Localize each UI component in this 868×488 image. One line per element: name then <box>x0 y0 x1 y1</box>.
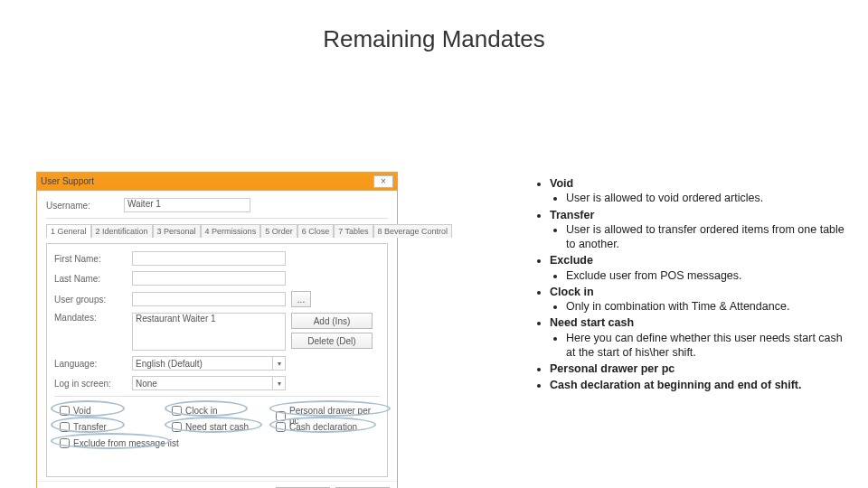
tab-close[interactable]: 6 Close <box>297 224 335 238</box>
dialog-footer: Ok Cancel <box>37 481 397 488</box>
add-button[interactable]: Add (Ins) <box>291 313 373 329</box>
transfer-checkbox[interactable]: Transfer <box>60 422 107 432</box>
loginscreen-select[interactable]: None ▾ <box>132 376 286 390</box>
tab-general[interactable]: 1 General <box>46 224 91 238</box>
bullet-label: Clock in <box>550 286 594 298</box>
bullet-label: Transfer <box>550 209 594 221</box>
tab-identification[interactable]: 2 Identification <box>91 224 153 238</box>
bullet-sub: User is allowed to transfer ordered item… <box>566 222 850 252</box>
mandates-label: Mandates: <box>54 313 127 323</box>
language-select[interactable]: English (Default) ▾ <box>132 356 286 371</box>
bullet-sub: Here you can define whether this user ne… <box>566 331 850 361</box>
bullet-label: Need start cash <box>550 316 634 329</box>
delete-button[interactable]: Delete (Del) <box>291 333 373 349</box>
needstartcash-checkbox[interactable]: Need start cash <box>172 422 249 432</box>
cashdeclaration-checkbox[interactable]: Cash declaration <box>276 422 357 432</box>
tab-beverage[interactable]: 8 Beverage Control <box>373 224 453 238</box>
void-checkbox[interactable]: Void <box>60 406 90 416</box>
chevron-down-icon: ▾ <box>272 357 285 370</box>
dialog: User Support × Username: Waiter 1 1 Gene… <box>36 172 398 488</box>
username-label: Username: <box>46 201 118 211</box>
tab-panel-general: First Name: Last Name: User groups: ... … <box>46 243 388 477</box>
tab-tables[interactable]: 7 Tables <box>334 224 373 238</box>
bullet-label: Personal drawer per pc <box>550 362 675 375</box>
lastname-input[interactable] <box>132 271 286 286</box>
bullet-label: Exclude <box>550 254 593 267</box>
firstname-input[interactable] <box>132 251 286 266</box>
checkbox-area: Void Transfer Exclude from message list … <box>54 402 380 469</box>
bullet-sub: Exclude user from POS messages. <box>566 268 850 283</box>
bullet-list: Void User is allowed to void ordered art… <box>533 176 850 395</box>
firstname-label: First Name: <box>54 254 127 264</box>
tab-permissions[interactable]: 4 Permissions <box>201 224 261 238</box>
tab-order[interactable]: 5 Order <box>260 224 297 238</box>
dialog-title: User Support <box>41 176 94 186</box>
bullet-label: Cash declaration at beginning and end of… <box>550 379 802 391</box>
bullet-sub: User is allowed to void ordered articles… <box>566 191 850 205</box>
screenshot-wrapper: User Support × Username: Waiter 1 1 Gene… <box>36 172 434 488</box>
username-input[interactable]: Waiter 1 <box>124 198 250 212</box>
language-label: Language: <box>54 359 127 369</box>
tab-personal[interactable]: 3 Personal <box>153 224 201 238</box>
bullet-sub: Only in combination with Time & Attendan… <box>566 299 850 314</box>
usergroups-browse-button[interactable]: ... <box>291 291 311 307</box>
chevron-down-icon: ▾ <box>272 377 285 389</box>
lastname-label: Last Name: <box>54 274 127 284</box>
titlebar: User Support × <box>37 173 397 191</box>
mandates-list[interactable]: Restaurant Waiter 1 <box>132 313 286 351</box>
usergroups-input[interactable] <box>132 292 286 306</box>
close-button[interactable]: × <box>373 175 393 188</box>
clockin-checkbox[interactable]: Clock in <box>172 406 218 416</box>
bullet-label: Void <box>550 177 573 190</box>
exclude-checkbox[interactable]: Exclude from message list <box>60 438 179 448</box>
tab-strip: 1 General 2 Identification 3 Personal 4 … <box>46 224 388 238</box>
usergroups-label: User groups: <box>54 295 127 305</box>
loginscreen-label: Log in screen: <box>54 379 127 389</box>
slide-title: Remaining Mandates <box>0 25 868 53</box>
